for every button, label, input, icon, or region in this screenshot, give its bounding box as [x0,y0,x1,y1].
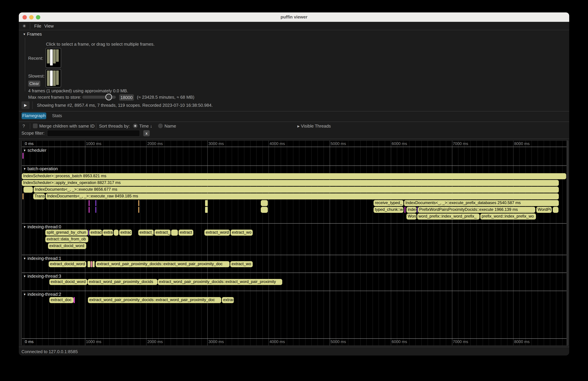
scope-bar[interactable]: IndexDocuments<_, _>::execute 8656.677 m… [34,187,559,193]
scope-bar-small[interactable] [404,207,405,213]
thread-header-batch-operation[interactable]: ▼batch-operation [23,166,58,171]
scope-bar[interactable]: Trans [33,193,45,199]
separator [19,111,569,111]
scope-bar[interactable]: extract_word_pair_proximity_docids::extr… [158,279,282,285]
frame-bar[interactable] [53,70,56,86]
desktop: puffin viewer ✳ File View ▼ Frames Click… [0,0,588,381]
frames-section-header[interactable]: ▼ Frames [23,32,42,37]
scope-bar[interactable]: IndexDocuments<_, _>::execute_prefix_dat… [404,200,559,206]
scope-bar-small[interactable] [74,297,75,303]
menu-file[interactable]: File [34,23,41,28]
scope-bar[interactable]: extract [179,230,193,236]
scope-bar[interactable]: extract_docid_word [49,261,86,267]
slowest-frames-thumbnail[interactable] [46,69,61,87]
scope-bar-small[interactable] [93,261,95,267]
scope-bar[interactable]: extract_ [138,230,154,236]
frame-bar[interactable] [47,70,50,86]
recent-frames-thumbnail[interactable] [46,48,61,68]
separator [19,139,569,139]
thread-header-indexing-thread:3[interactable]: ▼indexing-thread:3 [23,274,61,279]
scope-bar[interactable]: receive_typed_ [374,200,403,206]
scope-bar[interactable]: Word [406,213,417,220]
scope-bar[interactable]: extract_ [154,230,170,236]
scope-filter-clear-button[interactable]: x [143,130,150,136]
play-button[interactable]: ▶ [21,101,30,109]
scope-bar-small[interactable] [553,207,558,213]
scope-bar[interactable]: extra [102,230,113,236]
scope-filter-input[interactable] [47,130,140,137]
tab-flamegraph[interactable]: Flamegraph [21,112,46,119]
scope-bar[interactable]: word_prefix::index_word_prefix_ [417,213,480,220]
scope-bar-small[interactable] [88,230,89,236]
scope-bar[interactable]: IndexScheduler>::apply_index_operation 8… [22,180,559,186]
scope-bar[interactable]: extract_doc [49,297,74,303]
canvas-scrollbar[interactable] [567,141,568,345]
sort-time-radio[interactable] [133,124,138,128]
window-title: puffin viewer [19,14,569,20]
scope-bar-small[interactable] [91,261,92,267]
scope-bar-small[interactable] [89,200,90,206]
scope-bar-small[interactable] [138,200,139,206]
scope-bar-small[interactable] [95,200,96,206]
scope-bar[interactable]: split_grenad_by_chun [45,230,88,236]
frame-bar[interactable] [56,49,59,62]
collapse-open-icon: ▼ [23,149,26,152]
scope-bar-small[interactable] [22,193,23,199]
thread-separator [22,255,568,255]
scope-bar[interactable]: extract_wo [230,261,253,267]
frame-bar[interactable] [50,49,53,66]
scope-bar-small[interactable] [89,207,90,213]
scope-bar[interactable]: extrac [222,297,234,303]
thread-header-indexing-thread:0[interactable]: ▼indexing-thread:0 [23,224,61,229]
scope-bar-small[interactable] [205,207,208,213]
clear-button[interactable]: Clear [28,81,40,87]
scope-bar[interactable]: extract_docid_word [49,279,87,285]
scope-bar-small[interactable] [205,200,208,206]
scope-bar[interactable]: WordPr [536,207,552,213]
sort-time-label[interactable]: Time ↓ [139,124,152,128]
scope-bar[interactable]: index [406,207,417,213]
sort-name-radio[interactable] [158,124,163,128]
scope-bar[interactable]: IndexScheduler>::process_batch 8953.821 … [22,173,566,179]
theme-icon[interactable]: ✳ [22,23,26,28]
scope-bar-small[interactable] [171,230,178,236]
menu-view[interactable]: View [44,23,54,28]
scope-bar[interactable]: extract_wo [231,230,253,236]
max-frames-value[interactable]: 18000 [119,94,134,101]
tab-stats[interactable]: Stats [50,112,64,119]
scope-bar-small[interactable] [417,207,418,213]
scope-bar-small[interactable] [261,207,268,213]
scope-bar[interactable]: extract [89,230,102,236]
frame-bar[interactable] [47,49,50,64]
scope-bar[interactable]: prefix_word::index_prefix_wo [480,213,536,220]
scope-bar-small[interactable] [114,230,119,236]
slider-knob-icon[interactable] [105,94,112,100]
scope-bar-small[interactable] [261,200,268,206]
thread-header-scheduler[interactable]: ▼scheduler [23,148,46,153]
thread-header-indexing-thread:1[interactable]: ▼indexing-thread:1 [23,256,61,261]
scope-bar[interactable]: extract_docid_word [48,243,86,249]
scope-bar-small[interactable] [88,261,90,267]
merge-children-checkbox[interactable] [33,124,38,128]
scope-bar[interactable]: extract_word [204,230,230,236]
scope-bar[interactable]: PrefixWordPairsProximityDocids::execute … [418,207,535,213]
sort-name-label[interactable]: Name [165,124,176,128]
scope-bar[interactable]: extract::data_from_ob [45,236,88,242]
scope-bar-small[interactable] [138,207,139,213]
flamegraph-canvas[interactable]: 0 ms1000 ms2000 ms3000 ms4000 ms5000 ms6… [21,140,568,346]
scope-bar-small[interactable] [22,153,23,159]
frame-bar[interactable] [56,70,59,85]
scope-bar[interactable]: extrac [119,230,132,236]
scope-bar[interactable]: IndexDocuments<_, _>::execute_raw 8459.1… [46,193,559,199]
scope-bar[interactable]: extract_word_pair_proximity_docids::extr… [88,297,221,303]
frame-bar[interactable] [53,49,56,64]
scope-bar-small[interactable] [95,207,96,213]
visible-threads-header[interactable]: ▶ Visible Threads [297,124,331,128]
thread-header-indexing-thread:2[interactable]: ▼indexing-thread:2 [23,292,61,297]
scope-bar[interactable]: extract_word_pair_proximity_docids::extr… [96,261,230,267]
scope-bar-small[interactable] [23,187,33,193]
scope-bar[interactable]: extract_word_pair_proximity_docids [88,279,157,285]
scope-bar[interactable]: typed_chunk::w [374,207,403,213]
frame-bar[interactable] [50,70,53,86]
help-icon[interactable]: ? [22,124,25,128]
